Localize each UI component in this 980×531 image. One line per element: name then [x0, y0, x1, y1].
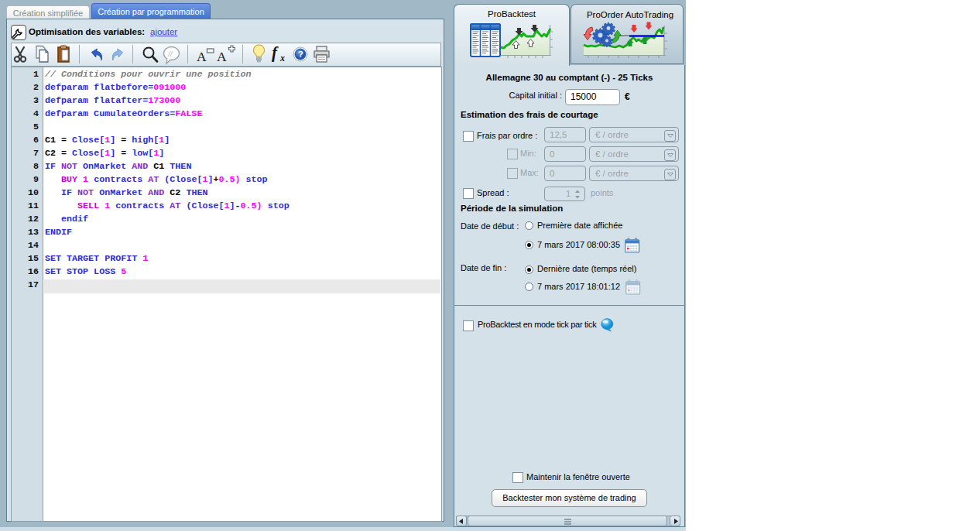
svg-text:A: A [217, 49, 227, 63]
svg-text:f: f [272, 43, 279, 62]
svg-text:?: ? [298, 50, 303, 59]
svg-text:A: A [197, 49, 207, 63]
svg-text:x: x [279, 53, 285, 63]
